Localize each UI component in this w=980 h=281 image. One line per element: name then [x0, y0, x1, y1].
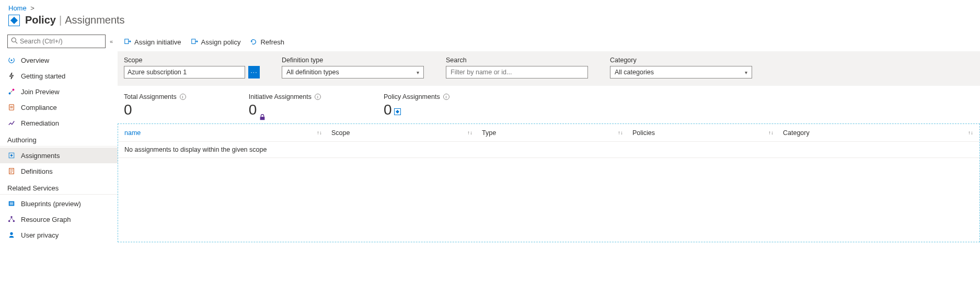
assign-policy-icon [191, 38, 198, 46]
sidebar-search-input[interactable] [20, 38, 102, 45]
sort-icon[interactable]: ↑↓ [618, 130, 623, 136]
definition-type-value: All definition types [286, 69, 339, 76]
sort-icon[interactable]: ↑↓ [467, 130, 472, 136]
svg-rect-8 [10, 154, 13, 157]
sidebar-item-blueprints[interactable]: Blueprints (preview) [0, 196, 118, 211]
refresh-icon [250, 38, 257, 46]
stat-initiative-assignments: Initiative Assignments i 0 [249, 93, 321, 118]
column-policies[interactable]: Policies [632, 129, 768, 137]
sidebar-item-label: Getting started [21, 72, 65, 80]
column-name[interactable]: name [118, 129, 317, 137]
column-label: Policies [632, 129, 655, 137]
definition-type-label: Definition type [282, 57, 424, 64]
scope-label: Scope [124, 57, 260, 64]
assignments-table: name ↑↓ Scope ↑↓ Type ↑↓ Policies [118, 123, 980, 242]
sidebar-section-related: Related Services [0, 179, 118, 195]
svg-point-14 [13, 220, 15, 222]
sidebar-item-user-privacy[interactable]: User privacy [0, 227, 118, 243]
search-filter-label: Search [446, 57, 588, 64]
remediation-icon [7, 119, 16, 127]
sidebar-section-authoring: Authoring [0, 131, 118, 147]
column-label: Type [482, 129, 496, 137]
breadcrumb-home[interactable]: Home [8, 4, 27, 12]
scope-input[interactable]: Azure subscription 1 [124, 66, 245, 78]
svg-line-1 [16, 42, 18, 44]
sidebar-item-resource-graph[interactable]: Resource Graph [0, 211, 118, 227]
sidebar-item-remediation[interactable]: Remediation [0, 115, 118, 131]
breadcrumb: Home > [0, 0, 980, 12]
toolbar: Assign initiative Assign policy Refresh [118, 32, 980, 51]
sort-icon[interactable]: ↑↓ [961, 130, 979, 136]
sidebar-item-label: Assignments [21, 152, 60, 160]
sidebar-item-overview[interactable]: Overview [0, 52, 118, 68]
sort-icon[interactable]: ↑↓ [768, 130, 774, 136]
assign-initiative-button[interactable]: Assign initiative [124, 38, 181, 46]
initiative-icon [259, 108, 266, 115]
sidebar-item-getting-started[interactable]: Getting started [0, 68, 118, 84]
svg-point-13 [8, 220, 10, 222]
refresh-button[interactable]: Refresh [250, 38, 284, 46]
stat-value: 0 [124, 102, 132, 118]
blueprints-icon [7, 200, 16, 207]
preview-icon [7, 88, 16, 95]
column-label: Scope [331, 129, 350, 137]
sort-icon[interactable]: ↑↓ [317, 130, 322, 136]
sidebar-item-assignments[interactable]: Assignments [0, 148, 118, 163]
sidebar-item-label: Remediation [21, 119, 59, 127]
svg-point-0 [11, 38, 16, 42]
stat-value: 0 [384, 102, 392, 118]
button-label: Refresh [260, 38, 284, 46]
info-icon[interactable]: i [443, 94, 449, 100]
sidebar-item-label: Join Preview [21, 88, 60, 96]
button-label: Assign initiative [134, 38, 181, 46]
sidebar-item-label: Definitions [21, 167, 53, 175]
info-icon[interactable]: i [315, 94, 321, 100]
sidebar-item-label: Overview [21, 57, 49, 64]
chevron-down-icon: ▾ [745, 70, 747, 75]
assignments-icon [7, 152, 16, 159]
column-scope[interactable]: Scope [331, 129, 467, 137]
button-label: Assign policy [201, 38, 241, 46]
sidebar-item-join-preview[interactable]: Join Preview [0, 84, 118, 99]
column-category[interactable]: Category [783, 129, 961, 137]
page-header: Policy | Assignments [0, 12, 980, 32]
table-header: name ↑↓ Scope ↑↓ Type ↑↓ Policies [118, 124, 979, 142]
category-select[interactable]: All categories ▾ [610, 66, 752, 78]
sidebar-item-compliance[interactable]: Compliance [0, 99, 118, 115]
sidebar-search[interactable] [7, 35, 106, 48]
scope-picker-button[interactable]: ··· [248, 66, 260, 78]
stats-row: Total Assignments i 0 Initiative Assignm… [118, 86, 980, 123]
svg-rect-6 [9, 105, 14, 110]
stat-label: Policy Assignments [384, 93, 440, 100]
definitions-icon [7, 167, 16, 175]
stat-label: Total Assignments [124, 93, 177, 100]
lightning-icon [7, 72, 16, 80]
policy-mini-icon [394, 108, 401, 115]
search-filter-input[interactable] [451, 69, 583, 76]
sidebar-item-definitions[interactable]: Definitions [0, 163, 118, 179]
column-type[interactable]: Type [482, 129, 618, 137]
sidebar-item-label: Compliance [21, 104, 57, 111]
column-label: name [124, 129, 141, 137]
user-privacy-icon [7, 231, 16, 239]
definition-type-select[interactable]: All definition types ▾ [282, 66, 424, 78]
filter-bar: Scope Azure subscription 1 ··· Definitio… [118, 51, 980, 86]
svg-point-3 [10, 59, 12, 61]
title-separator: | [59, 14, 62, 26]
sidebar: « Overview Getting started Join Preview … [0, 32, 118, 253]
sidebar-item-label: Resource Graph [21, 216, 71, 223]
svg-rect-18 [260, 117, 265, 120]
page-subtitle: Assignments [65, 14, 125, 26]
column-label: Category [783, 129, 810, 137]
collapse-sidebar-button[interactable]: « [110, 38, 113, 44]
overview-icon [7, 57, 16, 64]
chevron-down-icon: ▾ [417, 70, 419, 75]
assign-policy-button[interactable]: Assign policy [191, 38, 241, 46]
info-icon[interactable]: i [180, 94, 186, 100]
compliance-icon [7, 104, 16, 111]
search-filter[interactable] [446, 66, 588, 78]
svg-point-15 [10, 232, 13, 235]
stat-label: Initiative Assignments [249, 93, 312, 100]
policy-icon [8, 15, 20, 26]
svg-point-5 [13, 89, 15, 91]
